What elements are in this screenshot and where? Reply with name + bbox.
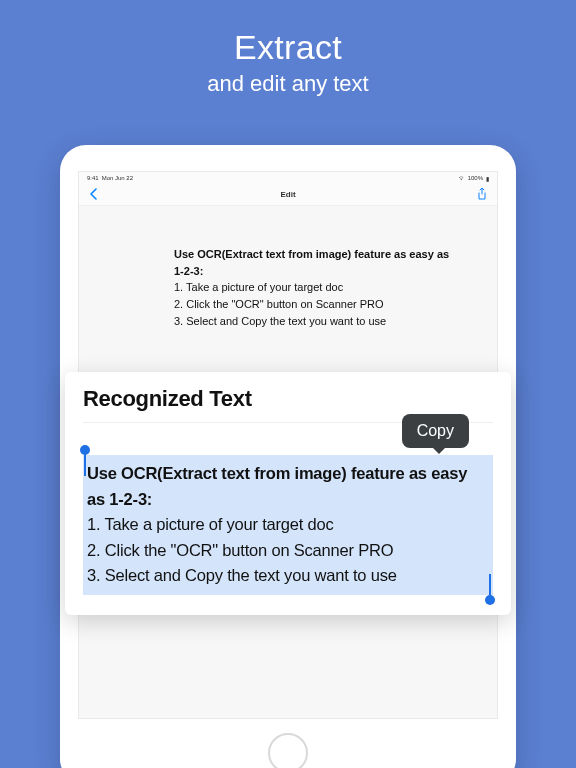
battery-icon: ▮ xyxy=(486,175,489,182)
home-button[interactable] xyxy=(268,733,308,768)
hero-subtitle: and edit any text xyxy=(0,71,576,97)
selection-handle-start[interactable] xyxy=(84,454,86,476)
recognized-text-panel: Recognized Text Copy Use OCR(Extract tex… xyxy=(65,372,511,615)
selection-handle-end[interactable] xyxy=(489,574,491,596)
selected-step-3: 3. Select and Copy the text you want to … xyxy=(87,563,487,589)
nav-title: Edit xyxy=(79,190,497,199)
original-step-2: 2. Click the "OCR" button on Scanner PRO xyxy=(174,296,457,313)
wifi-icon: ᯤ xyxy=(459,175,465,181)
selected-step-2: 2. Click the "OCR" button on Scanner PRO xyxy=(87,538,487,564)
original-step-1: 1. Take a picture of your target doc xyxy=(174,279,457,296)
hero-title: Extract xyxy=(0,28,576,67)
share-button[interactable] xyxy=(477,188,487,202)
navigation-bar: Edit xyxy=(79,184,497,206)
document-content: Use OCR(Extract text from image) feature… xyxy=(79,206,497,330)
original-step-3: 3. Select and Copy the text you want to … xyxy=(174,313,457,330)
ipad-screen: 9:41 Mon Jun 22 ᯤ 100% ▮ Edit Use OCR(Ex… xyxy=(78,171,498,719)
selected-heading: Use OCR(Extract text from image) feature… xyxy=(87,461,487,512)
battery-percent: 100% xyxy=(468,175,483,181)
status-time: 9:41 xyxy=(87,175,99,181)
copy-button[interactable]: Copy xyxy=(402,414,469,448)
status-date: Mon Jun 22 xyxy=(102,175,133,181)
status-bar: 9:41 Mon Jun 22 ᯤ 100% ▮ xyxy=(79,172,497,184)
selected-step-1: 1. Take a picture of your target doc xyxy=(87,512,487,538)
ipad-device-frame: 9:41 Mon Jun 22 ᯤ 100% ▮ Edit Use OCR(Ex… xyxy=(60,145,516,768)
original-heading: Use OCR(Extract text from image) feature… xyxy=(174,246,457,279)
text-selection[interactable]: Use OCR(Extract text from image) feature… xyxy=(83,455,493,595)
